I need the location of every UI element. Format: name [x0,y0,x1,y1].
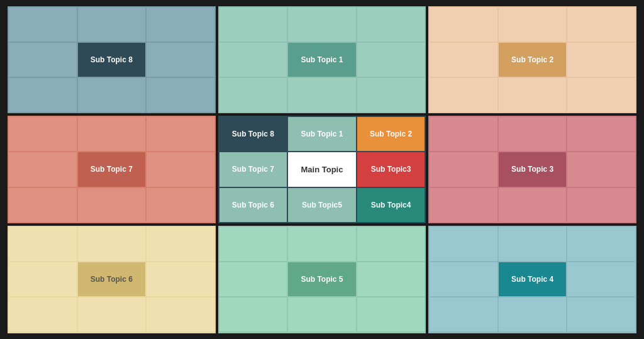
cell-9-3 [567,227,635,261]
main-grid: Sub Topic 8 Sub Topic 1 Sub Topic 2 Su [8,6,636,333]
cell-3-2 [499,8,567,42]
p5-subtopic8: Sub Topic 8 [219,117,287,151]
subtopic2-label: Sub Topic 2 [499,43,567,77]
cell-6-3 [567,117,635,151]
cell-8-7 [219,297,287,331]
cell-9-6 [567,262,635,296]
cell-3-7 [430,78,497,112]
p5-subtopic7: Sub Topic 7 [219,152,287,186]
cell-8-6 [357,262,425,296]
cell-9-7 [430,297,497,331]
cell-1-2 [78,8,146,42]
subtopic7-label: Sub Topic 7 [78,152,146,186]
p5-subtopic5: Sub Topic5 [288,188,356,222]
cell-3-4 [430,43,497,77]
panel-9: Sub Topic 4 [428,226,636,333]
cell-9-8 [499,297,567,331]
cell-6-7 [430,188,497,222]
subtopic6-label: Sub Topic 6 [78,262,146,296]
p5-subtopic1: Sub Topic 1 [288,117,356,151]
cell-2-1 [219,8,287,42]
cell-4-9 [147,188,214,222]
cell-7-7 [9,297,77,331]
cell-4-4 [9,152,77,186]
cell-1-4 [9,43,77,77]
cell-2-8 [288,78,356,112]
cell-8-3 [357,227,425,261]
cell-6-6 [567,152,635,186]
cell-7-3 [147,227,214,261]
panel-5-main: Sub Topic 8 Sub Topic 1 Sub Topic 2 Sub … [218,116,426,223]
panel-2: Sub Topic 1 [218,6,426,114]
cell-9-9 [567,297,635,331]
cell-4-7 [9,188,77,222]
subtopic5-label: Sub Topic 5 [288,262,356,296]
cell-1-3 [147,8,214,42]
panel-6: Sub Topic 3 [428,116,636,223]
cell-2-4 [219,43,287,77]
cell-7-9 [147,297,214,331]
cell-7-6 [147,262,214,296]
cell-6-9 [567,188,635,222]
p5-subtopic3: Sub Topic3 [357,152,425,186]
p5-subtopic6: Sub Topic 6 [219,188,287,222]
cell-1-7 [9,78,77,112]
p5-maintopic: Main Topic [288,152,356,186]
cell-6-2 [499,117,567,151]
cell-9-2 [499,227,567,261]
subtopic3-label: Sub Topic 3 [499,152,567,186]
cell-4-1 [9,117,77,151]
cell-3-9 [567,78,635,112]
cell-8-2 [288,227,356,261]
subtopic1-label: Sub Topic 1 [288,43,356,77]
cell-8-8 [288,297,356,331]
cell-4-3 [147,117,214,151]
cell-8-1 [219,227,287,261]
cell-3-1 [430,8,497,42]
cell-1-8 [78,78,146,112]
cell-4-2 [78,117,146,151]
panel-8: Sub Topic 5 [218,226,426,333]
cell-6-8 [499,188,567,222]
cell-2-6 [357,43,425,77]
cell-1-6 [147,43,214,77]
cell-2-2 [288,8,356,42]
panel-1: Sub Topic 8 [8,6,216,114]
cell-3-3 [567,8,635,42]
cell-9-1 [430,227,497,261]
cell-6-1 [430,117,497,151]
cell-7-4 [9,262,77,296]
cell-9-4 [430,262,497,296]
cell-3-6 [567,43,635,77]
cell-1-1 [9,8,77,42]
subtopic4-label: Sub Topic 4 [499,262,567,296]
cell-3-8 [499,78,567,112]
cell-8-4 [219,262,287,296]
subtopic8-label: Sub Topic 8 [78,43,146,77]
cell-1-9 [147,78,214,112]
cell-7-8 [78,297,146,331]
cell-7-2 [78,227,146,261]
p5-subtopic4: Sub Topic4 [357,188,425,222]
cell-6-4 [430,152,497,186]
cell-2-9 [357,78,425,112]
panel-4: Sub Topic 7 [8,116,216,223]
cell-2-3 [357,8,425,42]
panel-3: Sub Topic 2 [428,6,636,114]
panel-7: Sub Topic 6 [8,226,216,333]
cell-4-8 [78,188,146,222]
cell-4-6 [147,152,214,186]
cell-2-7 [219,78,287,112]
cell-8-9 [357,297,425,331]
p5-subtopic2: Sub Topic 2 [357,117,425,151]
cell-7-1 [9,227,77,261]
